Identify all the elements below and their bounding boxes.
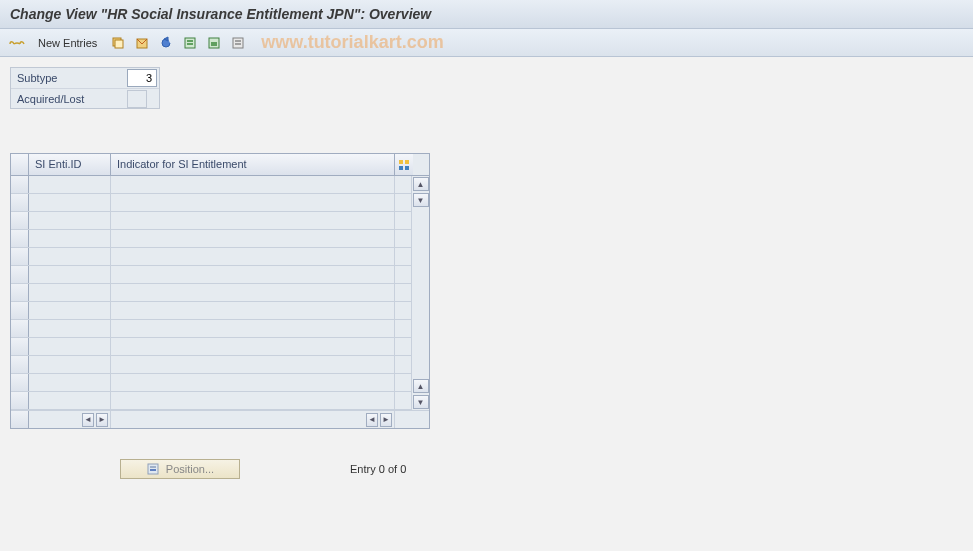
row-selector[interactable] <box>11 266 29 283</box>
row-selector[interactable] <box>11 392 29 409</box>
column-header-indicator[interactable]: Indicator for SI Entitlement <box>111 154 395 175</box>
glasses-icon[interactable] <box>8 34 26 52</box>
acquired-lost-label: Acquired/Lost <box>11 91 127 107</box>
cell[interactable] <box>29 374 111 391</box>
cell[interactable] <box>29 320 111 337</box>
subtype-input[interactable] <box>127 69 157 87</box>
position-button-label: Position... <box>166 463 214 475</box>
cell[interactable] <box>29 248 111 265</box>
watermark-text: www.tutorialkart.com <box>261 32 443 53</box>
cell[interactable] <box>111 320 395 337</box>
svg-rect-12 <box>405 160 409 164</box>
position-button[interactable]: Position... <box>120 459 240 479</box>
scroll-down-icon[interactable]: ▼ <box>413 395 429 409</box>
table-row <box>11 266 411 284</box>
cell[interactable] <box>29 194 111 211</box>
field-row-acquired-lost: Acquired/Lost <box>11 88 159 108</box>
cell[interactable] <box>111 266 395 283</box>
undo-icon[interactable] <box>157 34 175 52</box>
cell[interactable] <box>111 356 395 373</box>
select-block-icon[interactable] <box>205 34 223 52</box>
scroll-track[interactable] <box>412 208 429 378</box>
row-selector[interactable] <box>11 320 29 337</box>
scroll-left-step-icon[interactable]: ◄ <box>366 413 378 427</box>
row-selector[interactable] <box>11 338 29 355</box>
row-selector[interactable] <box>11 374 29 391</box>
cell[interactable] <box>111 302 395 319</box>
table-row <box>11 374 411 392</box>
cell[interactable] <box>111 374 395 391</box>
select-all-icon[interactable] <box>181 34 199 52</box>
hs-corner-right <box>395 411 413 428</box>
table-row <box>11 338 411 356</box>
cell[interactable] <box>29 230 111 247</box>
cell[interactable] <box>111 176 395 193</box>
svg-rect-5 <box>187 43 193 45</box>
cell[interactable] <box>29 266 111 283</box>
column-header-si-enti-id[interactable]: SI Enti.ID <box>29 154 111 175</box>
hs-pad: ◄ ► <box>29 411 111 428</box>
cell[interactable] <box>111 392 395 409</box>
table-header: SI Enti.ID Indicator for SI Entitlement <box>11 154 429 176</box>
field-group: Subtype Acquired/Lost <box>10 67 160 109</box>
table-row <box>11 212 411 230</box>
copy-icon[interactable] <box>109 34 127 52</box>
svg-rect-1 <box>115 40 123 48</box>
scroll-right-icon[interactable]: ► <box>380 413 392 427</box>
row-selector[interactable] <box>11 230 29 247</box>
subtype-label: Subtype <box>11 70 127 86</box>
hs-corner-left <box>11 411 29 428</box>
position-icon <box>146 462 160 476</box>
scroll-up-icon[interactable]: ▲ <box>413 177 429 191</box>
table-body: ▲ ▼ ▲ ▼ <box>11 176 429 410</box>
cell[interactable] <box>29 212 111 229</box>
row-selector[interactable] <box>11 356 29 373</box>
row-selector[interactable] <box>11 248 29 265</box>
svg-rect-13 <box>399 166 403 170</box>
svg-rect-7 <box>211 42 217 46</box>
hs-track[interactable]: ◄ ► <box>111 411 395 428</box>
cell[interactable] <box>29 302 111 319</box>
cell[interactable] <box>111 212 395 229</box>
table-row <box>11 230 411 248</box>
cell[interactable] <box>111 194 395 211</box>
deselect-all-icon[interactable] <box>229 34 247 52</box>
svg-rect-17 <box>150 469 156 471</box>
row-selector[interactable] <box>11 284 29 301</box>
row-selector[interactable] <box>11 194 29 211</box>
entry-count-text: Entry 0 of 0 <box>350 463 406 475</box>
cell[interactable] <box>29 338 111 355</box>
row-selector[interactable] <box>11 302 29 319</box>
cell[interactable] <box>29 356 111 373</box>
scroll-right-step-icon[interactable]: ► <box>96 413 108 427</box>
table-row <box>11 356 411 374</box>
cell[interactable] <box>111 338 395 355</box>
cell[interactable] <box>29 176 111 193</box>
cell[interactable] <box>111 248 395 265</box>
new-entries-button[interactable]: New Entries <box>32 35 103 51</box>
cell[interactable] <box>111 284 395 301</box>
table-rows <box>11 176 411 410</box>
cell[interactable] <box>29 284 111 301</box>
svg-rect-11 <box>399 160 403 164</box>
title-bar: Change View "HR Social Insurance Entitle… <box>0 0 973 29</box>
table-row <box>11 320 411 338</box>
page-title: Change View "HR Social Insurance Entitle… <box>10 6 431 22</box>
data-table: SI Enti.ID Indicator for SI Entitlement <box>10 153 430 429</box>
table-row <box>11 284 411 302</box>
select-all-rows[interactable] <box>11 154 29 175</box>
toolbar: New Entries www.tutorialkart.com <box>0 29 973 57</box>
field-row-subtype: Subtype <box>11 68 159 88</box>
table-row <box>11 302 411 320</box>
acquired-lost-input[interactable] <box>127 90 147 108</box>
scroll-left-icon[interactable]: ◄ <box>82 413 94 427</box>
row-selector[interactable] <box>11 176 29 193</box>
scroll-down-step-icon[interactable]: ▼ <box>413 193 429 207</box>
cell[interactable] <box>111 230 395 247</box>
horizontal-scrollbar: ◄ ► ◄ ► <box>11 410 429 428</box>
delete-icon[interactable] <box>133 34 151 52</box>
cell[interactable] <box>29 392 111 409</box>
scroll-up-step-icon[interactable]: ▲ <box>413 379 429 393</box>
row-selector[interactable] <box>11 212 29 229</box>
table-config-icon[interactable] <box>395 154 413 175</box>
